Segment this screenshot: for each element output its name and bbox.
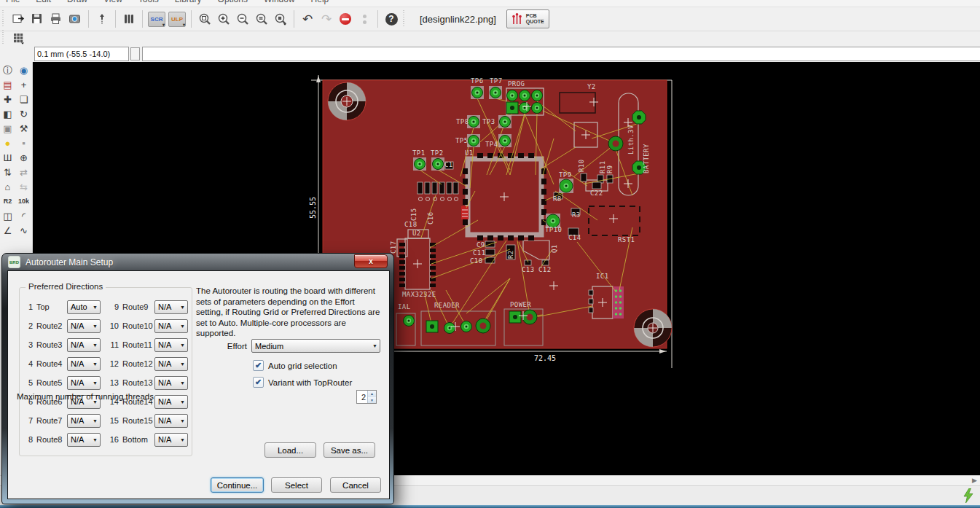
menu-options[interactable]: Options [218,0,248,4]
direction-select-7[interactable]: N/A▼ [67,414,101,428]
pcb-quote-button[interactable]: PCB QUOTE [506,9,549,28]
grid-icon[interactable] [9,30,27,47]
run-ulp-button[interactable]: ULP▾ [168,12,186,27]
spin-up-icon[interactable]: ▲ [368,391,376,397]
optimize-icon[interactable]: ∿ [17,224,31,237]
select-button[interactable]: Select [271,477,322,493]
copy-icon[interactable]: ❏ [17,93,31,106]
load-button[interactable]: Load... [264,442,316,458]
undo-icon[interactable]: ↶ [299,10,316,28]
cancel-button[interactable]: Cancel [330,477,381,493]
zoom-out-icon[interactable] [234,10,251,28]
mark-icon[interactable]: + [17,78,31,91]
info-icon[interactable]: ⓘ [1,63,15,77]
run-script-button[interactable]: SCR▾ [148,12,165,27]
save-icon[interactable] [28,10,46,28]
component-label: C13 [522,266,534,273]
redo-icon[interactable]: ↷ [318,10,335,28]
image-export-icon[interactable] [66,10,84,28]
delete-trash-icon[interactable]: Ш [1,151,15,164]
zoom-select-icon[interactable] [272,10,289,28]
filename-tab[interactable]: [designlink22.png] [420,14,496,25]
open-icon[interactable] [9,10,27,28]
wrench-icon[interactable]: ⚒ [17,122,31,135]
go-icon[interactable] [356,10,373,28]
help-icon[interactable]: ? [383,10,400,28]
zoom-exact-icon[interactable] [253,10,270,28]
direction-select-3[interactable]: N/A▼ [67,338,101,352]
layer-number: 10 [107,321,119,330]
gateswap-icon[interactable]: ⇆ [17,180,31,193]
mirror-icon[interactable]: ◧ [1,107,15,120]
direction-select-10[interactable]: N/A▼ [154,319,188,333]
spin-down-icon[interactable]: ▼ [368,397,376,404]
direction-row-1: 1TopAuto▼ [26,300,101,314]
layer-settings-icon[interactable] [120,10,138,28]
threads-spinbox[interactable]: 2 ▲▼ [356,390,377,404]
direction-select-8[interactable]: N/A▼ [67,433,101,447]
preferred-directions-group: Preferred Directions 1TopAuto▼2Route2N/A… [19,287,192,456]
add-part-icon[interactable]: ⊕ [17,151,31,164]
direction-select-12[interactable]: N/A▼ [154,357,188,371]
effort-select[interactable]: Medium▼ [251,339,380,353]
stop-icon[interactable] [337,10,354,28]
direction-select-16[interactable]: N/A▼ [154,433,188,447]
pad [404,316,415,327]
command-input[interactable] [142,47,980,61]
layer-number: 2 [26,321,33,330]
direction-select-13[interactable]: N/A▼ [154,376,188,390]
zoom-fit-icon[interactable] [196,10,213,28]
zoom-in-icon[interactable] [215,10,232,28]
layer-number: 13 [107,378,119,387]
direction-select-4[interactable]: N/A▼ [67,357,101,371]
use-icon[interactable] [93,10,111,28]
coordinate-mini-box[interactable] [130,47,140,60]
menu-library[interactable]: Library [175,0,202,4]
direction-select-5[interactable]: N/A▼ [67,376,101,390]
continue-button[interactable]: Continue... [211,477,264,493]
grid-toolbar [0,31,980,46]
value-icon[interactable]: 10k [17,195,31,208]
scroll-right-arrow[interactable]: ▶ [972,477,977,484]
save-as-button[interactable]: Save as... [324,442,375,458]
display-layers-icon[interactable]: ▤ [1,78,15,91]
group-icon[interactable]: ▣ [1,122,15,135]
component-label: TP8 [456,118,469,125]
direction-select-9[interactable]: N/A▼ [154,300,188,314]
direction-select-15[interactable]: N/A▼ [154,414,188,428]
menu-file[interactable]: File [6,0,20,4]
lock-icon[interactable]: ⌂ [1,180,15,193]
paste-icon[interactable]: ▪ [17,136,31,149]
auto-grid-checkbox[interactable]: ✔ [253,360,264,371]
show-eye-icon[interactable]: ◉ [17,63,31,77]
menu-draw[interactable]: Draw [67,0,87,4]
component-label: U1 [465,149,474,157]
direction-select-11[interactable]: N/A▼ [154,338,188,352]
move-icon[interactable]: ✚ [1,93,15,106]
miter-icon[interactable]: ◜ [17,209,31,222]
menu-edit[interactable]: Edit [36,0,51,4]
drc-lightning-icon[interactable] [963,488,974,503]
name-icon[interactable]: R2 [1,195,15,208]
direction-select-2[interactable]: N/A▼ [67,319,101,333]
pinswap-icon[interactable]: ⇅ [1,165,15,179]
pad [467,115,480,128]
print-icon[interactable] [47,10,65,28]
menu-help[interactable]: Help [311,0,329,4]
rotate-icon[interactable]: ↻ [17,107,31,120]
menu-view[interactable]: View [103,0,122,4]
replace-icon[interactable]: ⇄ [17,165,31,179]
menu-tools[interactable]: Tools [138,0,159,4]
pad [461,321,472,332]
menu-window[interactable]: Window [264,0,295,4]
smash-icon[interactable]: ◫ [1,209,15,222]
dialog-title-bar[interactable]: BRD Autorouter Main Setup [2,254,393,270]
close-button[interactable]: x [354,254,388,268]
split-icon[interactable]: ∠ [1,224,15,237]
cut-icon[interactable]: ● [1,136,15,149]
layer-number: 9 [107,302,119,311]
grid-toolbar-grip[interactable] [2,30,7,47]
toolbar-grip[interactable] [2,10,7,28]
direction-select-1[interactable]: Auto▼ [67,300,101,314]
toprouter-checkbox[interactable]: ✔ [253,377,264,388]
